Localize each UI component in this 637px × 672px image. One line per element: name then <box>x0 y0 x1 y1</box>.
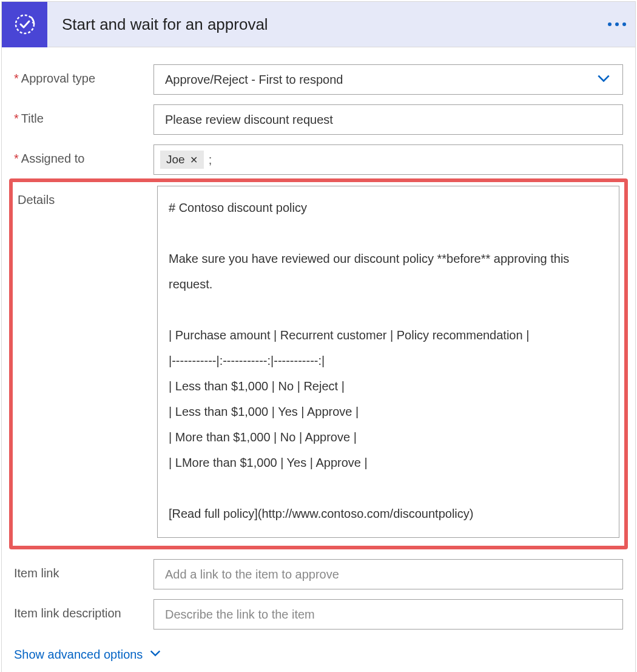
card-title: Start and wait for an approval <box>47 15 599 34</box>
separator: ; <box>209 153 212 167</box>
ellipsis-icon <box>608 22 612 26</box>
chevron-down-icon <box>149 647 162 663</box>
card-header: Start and wait for an approval <box>2 2 635 47</box>
remove-tag-button[interactable]: ✕ <box>190 154 198 166</box>
field-row-details: Details <box>18 186 619 541</box>
title-input[interactable] <box>153 104 623 135</box>
details-textarea[interactable] <box>157 186 619 538</box>
field-label: Item link description <box>14 599 153 620</box>
field-label: *Approval type <box>14 64 153 86</box>
field-label: Item link <box>14 559 153 580</box>
link-label: Show advanced options <box>14 648 143 662</box>
item-link-description-input[interactable] <box>153 599 623 630</box>
field-row-item-link: Item link <box>14 559 623 589</box>
item-link-input[interactable] <box>153 559 623 589</box>
field-row-title: *Title <box>14 104 623 135</box>
more-menu-button[interactable] <box>599 22 635 26</box>
show-advanced-options-link[interactable]: Show advanced options <box>14 647 162 663</box>
assigned-to-input[interactable]: Joe ✕ ; <box>153 144 623 175</box>
field-row-assigned-to: *Assigned to Joe ✕ ; <box>14 144 623 175</box>
approval-check-icon <box>2 2 47 47</box>
field-row-approval-type: *Approval type Approve/Reject - First to… <box>14 64 623 95</box>
field-row-item-link-description: Item link description <box>14 599 623 630</box>
field-label: *Title <box>14 104 153 126</box>
person-tag: Joe ✕ <box>160 151 204 169</box>
select-value: Approve/Reject - First to respond <box>165 73 343 87</box>
details-highlight-region: Details <box>9 178 628 549</box>
approval-action-card: Start and wait for an approval *Approval… <box>1 1 636 672</box>
chevron-down-icon <box>596 70 612 89</box>
field-label: *Assigned to <box>14 144 153 166</box>
card-body: *Approval type Approve/Reject - First to… <box>2 47 635 672</box>
approval-type-select[interactable]: Approve/Reject - First to respond <box>153 64 623 95</box>
tag-label: Joe <box>166 153 185 166</box>
field-label: Details <box>18 186 157 207</box>
